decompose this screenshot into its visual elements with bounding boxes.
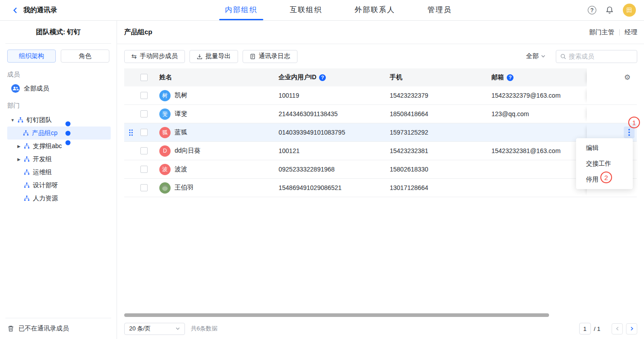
row-checkbox[interactable] — [140, 110, 148, 118]
sidebar-item-label: 全部成员 — [24, 85, 49, 93]
sidebar-footer-label: 已不在通讯录成员 — [18, 325, 69, 333]
manager-name: 经理 — [625, 28, 637, 36]
member-phone: 15423232381 — [390, 142, 491, 160]
department-tree: ▼ 钉钉团队 产品组cp ▶ 支撑组abc ▶ 开发组 运维组 — [0, 113, 117, 205]
sidebar: 团队模式: 钉钉 组织架构 角色 成员 全部成员 部门 ▼ 钉钉团队 产品组cp… — [0, 21, 117, 339]
tree-item-design-dept[interactable]: 设计部呀 — [0, 179, 117, 192]
chevron-down-icon — [541, 54, 545, 59]
table-footer: 20 条/页 共6条数据 / 1 — [117, 320, 644, 339]
page-title: 我的通讯录 — [23, 6, 57, 14]
back-icon[interactable] — [12, 7, 19, 14]
sidebar-item-all-members[interactable]: 全部成员 — [0, 81, 117, 95]
row-checkbox[interactable] — [140, 129, 148, 136]
tab-admins[interactable]: 管理员 — [422, 0, 458, 20]
member-name: 凯树 — [175, 91, 187, 99]
role-toggle[interactable]: 角色 — [61, 50, 109, 63]
page-number-input[interactable] — [579, 323, 591, 334]
caret-right-icon[interactable]: ▶ — [16, 144, 22, 149]
manual-sync-button[interactable]: ⇆ 手动同步成员 — [124, 50, 185, 63]
filter-dropdown[interactable]: 全部 — [526, 52, 545, 60]
help-icon[interactable]: ? — [588, 6, 596, 14]
member-name: 谭斐 — [175, 110, 187, 118]
tab-connected-org[interactable]: 互联组织 — [284, 0, 328, 20]
members-table: 姓名 企业内用户ID? 手机 邮箱? ⚙ 树凯树 100119 15423232… — [124, 68, 637, 197]
caret-right-icon[interactable]: ▶ — [16, 157, 22, 162]
member-user-id: 21443463091138435 — [279, 105, 390, 123]
org-icon — [18, 117, 23, 123]
member-user-id: 100121 — [279, 142, 390, 160]
search-box[interactable] — [556, 50, 637, 63]
member-name: 蓝狐 — [175, 128, 187, 136]
member-name: dd向日葵 — [175, 147, 201, 155]
contact-log-button[interactable]: 通讯录日志 — [243, 50, 297, 63]
caret-down-icon[interactable]: ▼ — [10, 118, 15, 122]
column-settings-gear-icon[interactable]: ⚙ — [624, 74, 630, 81]
table-row[interactable]: Ddd向日葵 100121 15423232381 15423232381@16… — [124, 142, 637, 160]
help-icon[interactable]: ? — [319, 74, 326, 81]
row-checkbox[interactable] — [140, 147, 148, 154]
sidebar-item-removed-members[interactable]: 已不在通讯录成员 — [0, 318, 117, 339]
member-name: 王伯羽 — [175, 184, 194, 192]
select-all-checkbox[interactable] — [140, 74, 148, 81]
page-size-select[interactable]: 20 条/页 — [124, 323, 185, 335]
menu-item-edit[interactable]: 编辑 — [576, 140, 633, 156]
next-page-button[interactable] — [626, 323, 637, 334]
avatar: 树 — [159, 90, 171, 101]
table-row[interactable]: 王伯羽 154869491029086521 13017128664 — [124, 179, 637, 197]
user-avatar[interactable]: 田 — [623, 4, 636, 17]
member-email: 15423232381@163.com — [491, 142, 587, 160]
sync-icon: ⇆ — [131, 53, 137, 59]
toolbar: ⇆ 手动同步成员 批量导出 通讯录日志 全部 — [117, 44, 644, 68]
row-checkbox[interactable] — [140, 166, 148, 173]
tab-external-contacts[interactable]: 外部联系人 — [349, 0, 401, 20]
avatar: 狐 — [159, 127, 171, 138]
trash-icon — [7, 325, 14, 332]
table-row[interactable]: 树凯树 100119 15423232379 15423232379@163.c… — [124, 86, 637, 105]
member-email — [491, 179, 587, 197]
prev-page-button[interactable] — [612, 323, 623, 334]
table-row[interactable]: 斐谭斐 21443463091138435 18508418664 123@qq… — [124, 105, 637, 123]
chevron-right-icon — [630, 326, 634, 331]
member-email — [491, 123, 587, 141]
bell-icon[interactable] — [605, 6, 614, 14]
member-email — [491, 160, 587, 178]
tree-item-hr[interactable]: 人力资源 — [0, 192, 117, 205]
horizontal-scrollbar[interactable] — [124, 313, 549, 317]
tree-item-product-group[interactable]: 产品组cp — [7, 127, 111, 140]
org-icon — [24, 169, 30, 175]
tree-item-dingding-team[interactable]: ▼ 钉钉团队 — [0, 113, 117, 127]
batch-export-button[interactable]: 批量导出 — [189, 50, 238, 63]
menu-item-handover[interactable]: 交接工作 — [576, 156, 633, 172]
tree-item-support-group[interactable]: ▶ 支撑组abc — [0, 140, 117, 153]
member-name: 波波 — [175, 165, 187, 173]
org-structure-toggle[interactable]: 组织架构 — [7, 50, 56, 63]
member-user-id: 0925233322891968 — [279, 160, 390, 178]
all-members-icon — [11, 84, 20, 93]
table-row[interactable]: 波波波 0925233322891968 15802618330 — [124, 160, 637, 179]
column-header-email: 邮箱? — [491, 68, 587, 86]
avatar: 波 — [159, 164, 171, 175]
drag-handle-icon[interactable] — [129, 129, 133, 136]
team-mode-label: 团队模式: 钉钉 — [0, 21, 117, 43]
tree-item-ops-group[interactable]: 运维组 — [0, 166, 117, 179]
chevron-down-icon — [176, 326, 180, 331]
row-checkbox[interactable] — [140, 184, 148, 191]
tab-internal-org[interactable]: 内部组织 — [219, 0, 263, 20]
help-icon[interactable]: ? — [507, 74, 513, 81]
more-vertical-icon[interactable] — [65, 121, 71, 146]
search-icon — [560, 54, 566, 59]
total-count-label: 共6条数据 — [191, 325, 217, 333]
member-email: 15423232379@163.com — [491, 86, 587, 104]
search-input[interactable] — [569, 53, 633, 60]
topbar: 我的通讯录 内部组织 互联组织 外部联系人 管理员 ? 田 — [0, 0, 644, 21]
pagination: / 1 — [579, 323, 637, 334]
download-icon — [197, 54, 203, 59]
dept-title: 产品组cp — [124, 28, 153, 36]
chevron-left-icon — [615, 326, 620, 331]
row-checkbox[interactable] — [140, 92, 148, 99]
tree-item-dev-group[interactable]: ▶ 开发组 — [0, 153, 117, 166]
member-user-id: 100119 — [279, 86, 390, 104]
table-row-hovered[interactable]: 狐蓝狐 0140393949101083795 15973125292 — [124, 123, 637, 142]
annotation-circle-2: 2 — [600, 172, 612, 183]
column-header-name: 姓名 — [159, 68, 279, 86]
